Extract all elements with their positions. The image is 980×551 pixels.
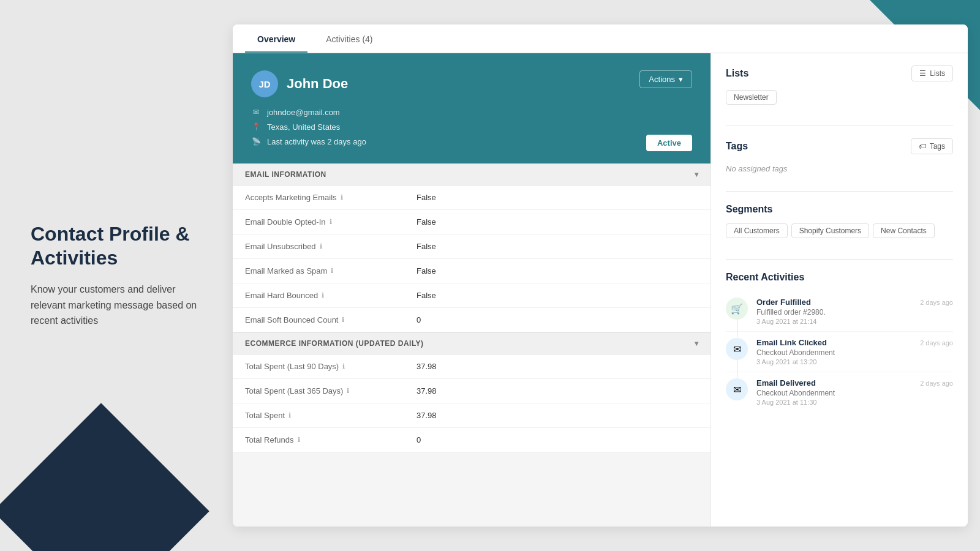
info-row: Total Refunds ℹ 0 [233,428,710,452]
tags-title: Tags [726,141,748,152]
segments-section-header: Segments [726,204,953,215]
divider-3 [726,259,953,260]
activity-type-icon: 🛒 [731,303,743,315]
info-row-label: Email Soft Bounced Count ℹ [245,315,417,324]
info-row-label: Total Spent ℹ [245,411,417,420]
tags-section: Tags 🏷 Tags No assigned tags [726,138,953,174]
info-row-label: Email Marked as Spam ℹ [245,266,417,276]
tags-button[interactable]: 🏷 Tags [911,138,953,154]
activity-title: Order Fulfilled [756,298,911,307]
lists-button[interactable]: ☰ Lists [911,66,953,81]
info-row-label: Total Spent (Last 90 Days) ℹ [245,362,417,371]
help-icon: ℹ [330,218,332,226]
help-icon: ℹ [288,411,291,419]
activity-subtitle: Checkout Abondenment [756,389,911,397]
lists-section-header: Lists ☰ Lists [726,66,953,81]
left-main-panel: JD John Doe Actions ▾ ✉ johndoe@gmail.co… [233,53,710,527]
info-row-value: 0 [417,435,421,444]
info-row: Email Soft Bounced Count ℹ 0 [233,308,710,332]
activity-time-ago: 2 days ago [920,298,953,325]
divider-1 [726,126,953,126]
help-icon: ℹ [342,316,344,324]
info-row-label: Total Spent (Last 365 Days) ℹ [245,386,417,395]
tab-activities[interactable]: Activities (4) [314,24,385,53]
info-row-value: 37.98 [417,386,437,395]
info-row-value: False [417,291,436,300]
actions-label: Actions [649,75,675,84]
content-area: JD John Doe Actions ▾ ✉ johndoe@gmail.co… [233,53,968,527]
activity-timestamp: 3 Aug 2021 at 21:14 [756,318,911,325]
info-row: Total Spent ℹ 37.98 [233,403,710,428]
activity-title: Email Link Clicked [756,338,911,347]
avatar: JD [251,70,278,97]
email-icon: ✉ [251,107,261,117]
status-badge: Active [646,135,692,151]
right-sidebar: Lists ☰ Lists Newsletter Tags 🏷 Tags [710,53,968,527]
email-section-chevron-icon: ▾ [695,170,699,179]
activity-body: Order Fulfilled Fulfilled order #2980. 3… [756,298,911,325]
recent-activities-section: Recent Activities 🛒 Order Fulfilled Fulf… [726,272,953,412]
activity-list: 🛒 Order Fulfilled Fulfilled order #2980.… [726,291,953,412]
ecommerce-fields: Total Spent (Last 90 Days) ℹ 37.98 Total… [233,354,710,452]
info-row-label: Accepts Marketing Emails ℹ [245,193,417,202]
info-row-value: False [417,242,436,251]
activity-timestamp: 3 Aug 2021 at 13:20 [756,358,911,365]
info-row: Email Double Opted-In ℹ False [233,210,710,234]
recent-activities-title: Recent Activities [726,272,804,283]
segment-chip[interactable]: All Customers [726,223,788,238]
tag-icon: 🏷 [919,142,926,151]
activity-type-icon: ✉ [733,343,741,355]
segment-chip[interactable]: Shopify Customers [791,223,869,238]
actions-chevron-icon: ▾ [679,75,683,84]
info-row-label: Total Refunds ℹ [245,435,417,444]
list-icon: ☰ [919,69,926,78]
contact-email-row: ✉ johndoe@gmail.com [251,107,692,117]
contact-name: John Doe [287,76,348,92]
activity-item: ✉ Email Delivered Checkout Abondenment 3… [726,372,953,412]
help-icon: ℹ [331,267,333,275]
contact-email: johndoe@gmail.com [267,108,340,117]
info-row-value: False [417,193,436,202]
no-tags-text: No assigned tags [726,164,787,173]
list-chip[interactable]: Newsletter [726,90,777,105]
ecommerce-chevron-icon: ▾ [695,339,699,348]
activity-item: ✉ Email Link Clicked Checkout Abondenmen… [726,332,953,372]
activity-body: Email Link Clicked Checkout Abondenment … [756,338,911,365]
info-row: Email Marked as Spam ℹ False [233,259,710,283]
help-icon: ℹ [341,193,343,201]
lists-section: Lists ☰ Lists Newsletter [726,66,953,108]
segment-chip[interactable]: New Contacts [873,223,935,238]
contact-name-row: JD John Doe [251,70,348,97]
actions-button[interactable]: Actions ▾ [639,70,692,88]
ecommerce-section-header[interactable]: ECOMMERCE INFORMATION (UPDATED DAILY) ▾ [233,332,710,354]
activity-type-icon: ✉ [733,384,741,395]
divider-2 [726,191,953,192]
activity-icon-wrap: ✉ [726,378,748,400]
info-row-label: Email Hard Bounced ℹ [245,291,417,300]
tags-section-header: Tags 🏷 Tags [726,138,953,154]
location-icon: 📍 [251,122,261,132]
activity-subtitle: Checkout Abondenment [756,348,911,357]
info-row-label: Email Unsubscribed ℹ [245,242,417,251]
info-row: Total Spent (Last 365 Days) ℹ 37.98 [233,379,710,403]
contact-location-row: 📍 Texas, United States [251,122,692,132]
activity-title: Email Delivered [756,378,911,388]
email-info-section-header[interactable]: EMAIL INFORMATION ▾ [233,163,710,186]
left-panel-description: Know your customers and deliver relevant… [31,282,202,329]
activity-item: 🛒 Order Fulfilled Fulfilled order #2980.… [726,291,953,332]
help-icon: ℹ [322,291,324,299]
email-info-title: EMAIL INFORMATION [245,170,326,179]
help-icon: ℹ [347,387,349,395]
info-row: Accepts Marketing Emails ℹ False [233,186,710,210]
activity-icon-wrap: ✉ [726,338,748,360]
info-row: Email Hard Bounced ℹ False [233,283,710,308]
contact-location: Texas, United States [267,122,340,132]
info-row-value: 37.98 [417,411,437,420]
tab-overview[interactable]: Overview [245,24,307,53]
segments-chips: All CustomersShopify CustomersNew Contac… [726,223,953,242]
info-row-value: 0 [417,315,421,324]
email-info-fields: Accepts Marketing Emails ℹ False Email D… [233,186,710,332]
contact-info: ✉ johndoe@gmail.com 📍 Texas, United Stat… [251,107,692,146]
left-panel-heading: Contact Profile & Activities [31,222,202,269]
segments-title: Segments [726,204,772,215]
